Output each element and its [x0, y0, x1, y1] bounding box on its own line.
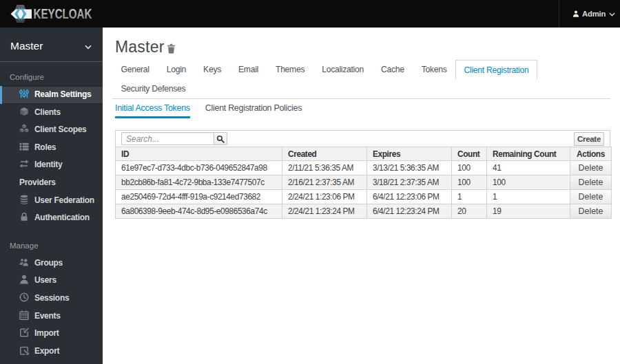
- column-header-expires[interactable]: Expires: [367, 147, 452, 161]
- column-header-remaining-count[interactable]: Remaining Count: [487, 147, 570, 161]
- delete-token-button[interactable]: Delete: [570, 204, 611, 218]
- cell-created: 2/24/21 1:23:24 PM: [282, 204, 367, 219]
- list-icon: [19, 142, 29, 151]
- sidebar: Master ConfigureRealm SettingsClientsCli…: [0, 28, 103, 364]
- cell-created: 2/16/21 2:37:35 AM: [282, 175, 367, 190]
- trash-icon: [167, 43, 176, 54]
- delete-realm-button[interactable]: [167, 43, 176, 54]
- cell-id: bb2cb86b-fa81-4c72-9bba-133e7477507c: [116, 175, 282, 190]
- tab-tokens[interactable]: Tokens: [413, 60, 455, 79]
- tab-cache[interactable]: Cache: [372, 60, 413, 79]
- sidebar-item-label: Roles: [34, 142, 56, 152]
- sidebar-item-authentication[interactable]: Authentication: [0, 209, 103, 227]
- user-menu-label: Admin: [582, 10, 606, 18]
- sidebar-item-client-scopes[interactable]: Client Scopes: [0, 121, 103, 139]
- sidebar-item-label: Groups: [34, 258, 63, 268]
- sidebar-nav: ConfigureRealm SettingsClientsClient Sco…: [0, 62, 103, 360]
- cell-actions: Delete: [570, 204, 612, 219]
- tab-localization[interactable]: Localization: [313, 60, 373, 79]
- tab-login[interactable]: Login: [158, 60, 194, 79]
- table-header-row: IDCreatedExpiresCountRemaining CountActi…: [116, 147, 612, 161]
- cell-id: ae250469-72d4-4fff-919a-c9214ed73682: [116, 190, 282, 204]
- clock-icon: [19, 292, 29, 302]
- sidebar-item-label: Clients: [34, 107, 61, 117]
- main-content: Master GeneralLoginKeysEmailThemesLocali…: [103, 28, 620, 364]
- search-group: [121, 132, 227, 145]
- sidebar-item-users[interactable]: Users: [0, 272, 103, 290]
- tab-client-registration[interactable]: Client Registration: [455, 60, 537, 79]
- search-input[interactable]: [121, 132, 214, 145]
- import-icon: [19, 328, 29, 337]
- cell-remaining: 100: [487, 175, 570, 190]
- cell-count: 20: [452, 204, 487, 219]
- column-header-actions[interactable]: Actions: [570, 147, 612, 161]
- cell-created: 2/11/21 5:36:35 AM: [282, 161, 367, 175]
- tab-themes[interactable]: Themes: [267, 60, 313, 79]
- lock-icon: [19, 212, 29, 222]
- sidebar-item-roles[interactable]: Roles: [0, 139, 103, 157]
- table-row: 6a806398-9eeb-474c-8d95-e0986536a74c2/24…: [116, 204, 612, 219]
- sidebar-item-label: Export: [34, 346, 59, 356]
- cell-created: 2/24/21 1:23:06 PM: [282, 190, 367, 204]
- sidebar-item-label: Users: [34, 275, 56, 285]
- cell-remaining: 41: [487, 161, 570, 175]
- sidebar-item-label: Events: [34, 311, 61, 321]
- tab-security-defenses[interactable]: Security Defenses: [112, 79, 194, 98]
- subtab-initial-access-tokens[interactable]: Initial Access Tokens: [115, 99, 190, 118]
- search-button[interactable]: [214, 132, 227, 145]
- cell-remaining: 19: [487, 204, 570, 219]
- cell-actions: Delete: [570, 175, 612, 190]
- tab-keys[interactable]: Keys: [195, 60, 230, 79]
- cubes-icon: [19, 124, 29, 133]
- tab-email[interactable]: Email: [230, 60, 267, 79]
- delete-token-button[interactable]: Delete: [570, 161, 611, 175]
- column-header-count[interactable]: Count: [452, 147, 487, 161]
- realm-tabs: GeneralLoginKeysEmailThemesLocalizationC…: [112, 60, 610, 99]
- export-icon: [19, 345, 29, 355]
- sidebar-section-label-configure: Configure: [0, 73, 103, 81]
- database-icon: [19, 195, 29, 204]
- calendar-icon: [19, 310, 29, 320]
- cell-count: 100: [452, 161, 487, 175]
- page-title: Master: [115, 38, 165, 56]
- cell-count: 1: [452, 190, 487, 204]
- sidebar-item-label: Sessions: [34, 293, 69, 303]
- cell-id: 61e97ec7-d733-4dbc-b736-049652847a98: [116, 161, 282, 175]
- sidebar-item-identity-providers[interactable]: Identity Providers: [0, 156, 103, 191]
- tab-general[interactable]: General: [112, 60, 158, 79]
- sliders-icon: [19, 89, 29, 98]
- realm-selector[interactable]: Master: [0, 28, 103, 62]
- keycloak-logo[interactable]: [10, 2, 94, 23]
- page-header: Master: [115, 38, 610, 56]
- user-menu[interactable]: Admin: [559, 0, 620, 28]
- create-button[interactable]: Create: [574, 132, 604, 146]
- user-icon: [19, 275, 29, 284]
- sidebar-item-clients[interactable]: Clients: [0, 104, 103, 122]
- sidebar-item-label: Client Scopes: [34, 125, 86, 134]
- table-row: ae250469-72d4-4fff-919a-c9214ed736822/24…: [116, 190, 612, 204]
- sidebar-item-user-federation[interactable]: User Federation: [0, 192, 103, 210]
- cell-expires: 3/13/21 5:36:35 AM: [367, 161, 452, 175]
- sidebar-item-groups[interactable]: Groups: [0, 255, 103, 272]
- sidebar-item-label: User Federation: [34, 195, 94, 205]
- delete-token-button[interactable]: Delete: [570, 175, 611, 189]
- sidebar-item-import[interactable]: Import: [0, 325, 103, 343]
- cell-remaining: 1: [487, 190, 570, 204]
- sidebar-item-realm-settings[interactable]: Realm Settings: [0, 86, 103, 104]
- sidebar-item-label: Import: [34, 328, 59, 338]
- sidebar-item-events[interactable]: Events: [0, 308, 103, 325]
- chevron-down-icon: [85, 45, 92, 50]
- subtab-client-registration-policies[interactable]: Client Registration Policies: [205, 99, 302, 118]
- cell-expires: 6/4/21 12:23:24 PM: [367, 204, 452, 219]
- sidebar-item-sessions[interactable]: Sessions: [0, 290, 103, 308]
- client-registration-subtabs: Initial Access TokensClient Registration…: [115, 99, 610, 118]
- column-header-created[interactable]: Created: [282, 147, 367, 161]
- search-icon: [216, 135, 225, 143]
- sidebar-item-export[interactable]: Export: [0, 343, 103, 361]
- chevron-down-icon: [609, 12, 615, 17]
- column-header-id[interactable]: ID: [116, 147, 282, 161]
- exchange-icon: [19, 159, 29, 169]
- delete-token-button[interactable]: Delete: [570, 190, 611, 204]
- keycloak-logo-icon: [10, 2, 94, 23]
- sidebar-item-label: Realm Settings: [34, 89, 92, 99]
